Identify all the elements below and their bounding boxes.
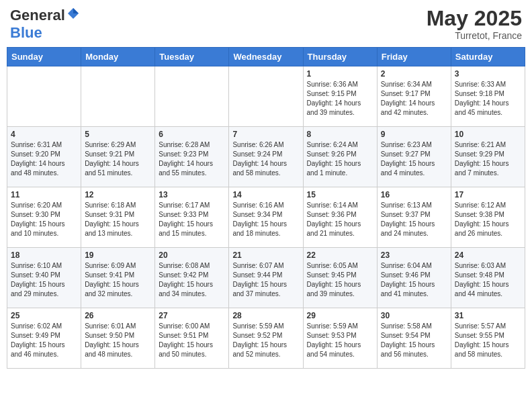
day-cell: 28Sunrise: 5:59 AM Sunset: 9:52 PM Dayli…	[229, 308, 303, 369]
day-cell: 4Sunrise: 6:31 AM Sunset: 9:20 PM Daylig…	[7, 127, 81, 187]
month-title: May 2025	[427, 7, 522, 30]
day-cell: 3Sunrise: 6:33 AM Sunset: 9:18 PM Daylig…	[451, 66, 525, 127]
day-info: Sunrise: 6:10 AM Sunset: 9:40 PM Dayligh…	[11, 261, 77, 299]
day-info: Sunrise: 6:03 AM Sunset: 9:48 PM Dayligh…	[455, 261, 521, 299]
day-number: 15	[307, 190, 373, 199]
day-info: Sunrise: 6:28 AM Sunset: 9:23 PM Dayligh…	[159, 140, 225, 178]
day-number: 14	[232, 190, 299, 199]
logo: General Blue	[10, 7, 80, 42]
day-cell: 8Sunrise: 6:24 AM Sunset: 9:26 PM Daylig…	[303, 127, 377, 187]
day-cell: 16Sunrise: 6:13 AM Sunset: 9:37 PM Dayli…	[377, 187, 451, 248]
day-info: Sunrise: 6:34 AM Sunset: 9:17 PM Dayligh…	[381, 80, 447, 118]
day-cell: 21Sunrise: 6:07 AM Sunset: 9:44 PM Dayli…	[229, 248, 303, 308]
day-cell: 11Sunrise: 6:20 AM Sunset: 9:30 PM Dayli…	[7, 187, 81, 248]
day-cell	[155, 66, 229, 127]
day-cell: 19Sunrise: 6:09 AM Sunset: 9:41 PM Dayli…	[81, 248, 155, 308]
day-number: 29	[307, 311, 373, 320]
day-number: 20	[159, 250, 225, 260]
day-cell: 9Sunrise: 6:23 AM Sunset: 9:27 PM Daylig…	[377, 127, 451, 187]
day-cell: 6Sunrise: 6:28 AM Sunset: 9:23 PM Daylig…	[155, 127, 229, 187]
day-number: 6	[159, 130, 225, 139]
day-cell: 7Sunrise: 6:26 AM Sunset: 9:24 PM Daylig…	[229, 127, 303, 187]
day-info: Sunrise: 6:09 AM Sunset: 9:41 PM Dayligh…	[85, 261, 151, 299]
day-number: 31	[455, 311, 521, 320]
day-number: 26	[85, 311, 151, 320]
day-number: 1	[307, 69, 373, 79]
day-number: 17	[455, 190, 521, 199]
day-cell: 10Sunrise: 6:21 AM Sunset: 9:29 PM Dayli…	[451, 127, 525, 187]
day-number: 22	[307, 250, 373, 260]
day-number: 23	[381, 250, 447, 260]
calendar-table: SundayMondayTuesdayWednesdayThursdayFrid…	[7, 47, 525, 369]
day-cell: 13Sunrise: 6:17 AM Sunset: 9:33 PM Dayli…	[155, 187, 229, 248]
day-info: Sunrise: 6:21 AM Sunset: 9:29 PM Dayligh…	[455, 140, 521, 178]
day-number: 7	[232, 130, 299, 139]
day-number: 10	[455, 130, 521, 139]
day-info: Sunrise: 6:23 AM Sunset: 9:27 PM Dayligh…	[381, 140, 447, 178]
day-cell: 18Sunrise: 6:10 AM Sunset: 9:40 PM Dayli…	[7, 248, 81, 308]
header-row: SundayMondayTuesdayWednesdayThursdayFrid…	[7, 48, 525, 66]
day-number: 3	[455, 69, 521, 79]
col-header-thursday: Thursday	[303, 48, 377, 66]
day-info: Sunrise: 6:04 AM Sunset: 9:46 PM Dayligh…	[381, 261, 447, 299]
day-number: 21	[232, 250, 299, 260]
col-header-friday: Friday	[377, 48, 451, 66]
day-number: 13	[159, 190, 225, 199]
day-number: 5	[85, 130, 151, 139]
day-info: Sunrise: 6:31 AM Sunset: 9:20 PM Dayligh…	[11, 140, 77, 178]
week-row-3: 11Sunrise: 6:20 AM Sunset: 9:30 PM Dayli…	[7, 187, 525, 248]
logo-general: General	[10, 7, 65, 24]
day-cell: 1Sunrise: 6:36 AM Sunset: 9:15 PM Daylig…	[303, 66, 377, 127]
logo-text: General Blue	[10, 7, 80, 42]
day-number: 9	[381, 130, 447, 139]
day-number: 19	[85, 250, 151, 260]
day-cell: 27Sunrise: 6:00 AM Sunset: 9:51 PM Dayli…	[155, 308, 229, 369]
day-info: Sunrise: 5:59 AM Sunset: 9:53 PM Dayligh…	[307, 322, 373, 359]
day-info: Sunrise: 6:14 AM Sunset: 9:36 PM Dayligh…	[307, 201, 373, 238]
col-header-tuesday: Tuesday	[155, 48, 229, 66]
day-info: Sunrise: 5:58 AM Sunset: 9:54 PM Dayligh…	[381, 322, 447, 359]
day-number: 18	[11, 250, 77, 260]
day-info: Sunrise: 6:01 AM Sunset: 9:50 PM Dayligh…	[85, 322, 151, 359]
day-info: Sunrise: 5:57 AM Sunset: 9:55 PM Dayligh…	[455, 322, 521, 359]
day-number: 12	[85, 190, 151, 199]
day-number: 27	[159, 311, 225, 320]
day-cell: 20Sunrise: 6:08 AM Sunset: 9:42 PM Dayli…	[155, 248, 229, 308]
day-cell: 17Sunrise: 6:12 AM Sunset: 9:38 PM Dayli…	[451, 187, 525, 248]
title-block: May 2025 Turretot, France	[427, 7, 522, 41]
day-info: Sunrise: 6:05 AM Sunset: 9:45 PM Dayligh…	[307, 261, 373, 299]
logo-blue: Blue	[10, 24, 42, 41]
day-number: 2	[381, 69, 447, 79]
day-info: Sunrise: 6:16 AM Sunset: 9:34 PM Dayligh…	[232, 201, 299, 238]
week-row-2: 4Sunrise: 6:31 AM Sunset: 9:20 PM Daylig…	[7, 127, 525, 187]
location: Turretot, France	[427, 30, 522, 41]
day-number: 28	[232, 311, 299, 320]
day-cell	[81, 66, 155, 127]
day-number: 8	[307, 130, 373, 139]
day-info: Sunrise: 6:02 AM Sunset: 9:49 PM Dayligh…	[11, 322, 77, 359]
col-header-sunday: Sunday	[7, 48, 81, 66]
day-number: 24	[455, 250, 521, 260]
week-row-4: 18Sunrise: 6:10 AM Sunset: 9:40 PM Dayli…	[7, 248, 525, 308]
day-info: Sunrise: 6:26 AM Sunset: 9:24 PM Dayligh…	[232, 140, 299, 178]
day-cell: 5Sunrise: 6:29 AM Sunset: 9:21 PM Daylig…	[81, 127, 155, 187]
day-cell	[7, 66, 81, 127]
day-cell	[229, 66, 303, 127]
svg-marker-1	[73, 8, 79, 13]
day-cell: 14Sunrise: 6:16 AM Sunset: 9:34 PM Dayli…	[229, 187, 303, 248]
page-header: General Blue May 2025 Turretot, France	[7, 7, 525, 42]
day-info: Sunrise: 6:36 AM Sunset: 9:15 PM Dayligh…	[307, 80, 373, 118]
week-row-1: 1Sunrise: 6:36 AM Sunset: 9:15 PM Daylig…	[7, 66, 525, 127]
day-cell: 22Sunrise: 6:05 AM Sunset: 9:45 PM Dayli…	[303, 248, 377, 308]
day-info: Sunrise: 6:07 AM Sunset: 9:44 PM Dayligh…	[232, 261, 299, 299]
day-cell: 29Sunrise: 5:59 AM Sunset: 9:53 PM Dayli…	[303, 308, 377, 369]
day-info: Sunrise: 6:13 AM Sunset: 9:37 PM Dayligh…	[381, 201, 447, 238]
day-cell: 26Sunrise: 6:01 AM Sunset: 9:50 PM Dayli…	[81, 308, 155, 369]
day-cell: 30Sunrise: 5:58 AM Sunset: 9:54 PM Dayli…	[377, 308, 451, 369]
week-row-5: 25Sunrise: 6:02 AM Sunset: 9:49 PM Dayli…	[7, 308, 525, 369]
day-info: Sunrise: 6:20 AM Sunset: 9:30 PM Dayligh…	[11, 201, 77, 238]
logo-icon	[66, 7, 80, 20]
day-info: Sunrise: 6:33 AM Sunset: 9:18 PM Dayligh…	[455, 80, 521, 118]
day-cell: 25Sunrise: 6:02 AM Sunset: 9:49 PM Dayli…	[7, 308, 81, 369]
day-number: 4	[11, 130, 77, 139]
